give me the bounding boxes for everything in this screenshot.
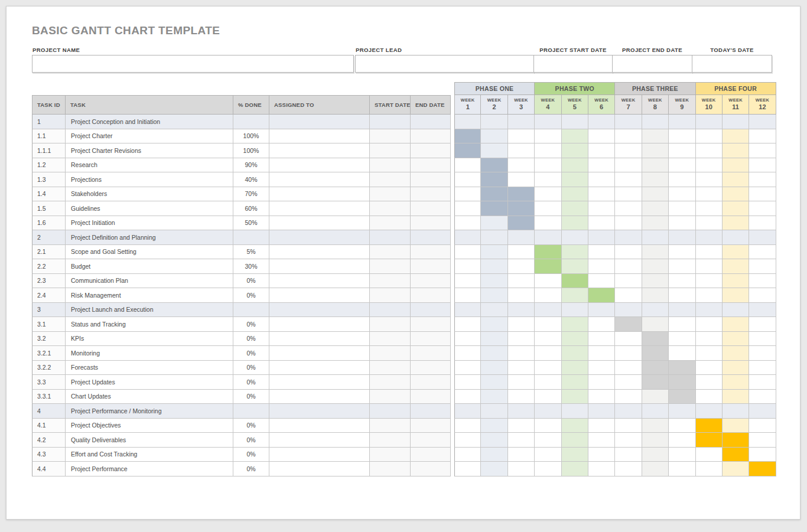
gantt-cell-week-3[interactable] [508,216,535,231]
task-id-cell[interactable]: 4.3 [32,448,66,462]
gantt-cell-week-8[interactable] [642,143,669,158]
gantt-cell-week-8[interactable] [642,317,669,332]
gantt-cell-week-1[interactable] [454,462,481,476]
end-date-cell[interactable] [411,346,451,361]
gantt-cell-week-1[interactable] [454,230,481,245]
gantt-cell-week-6[interactable] [588,245,615,260]
end-date-cell[interactable] [411,158,451,173]
gantt-cell-week-7[interactable] [615,390,642,404]
gantt-cell-week-12[interactable] [749,317,776,332]
gantt-cell-week-7[interactable] [615,158,642,173]
gantt-cell-week-1[interactable] [454,187,481,202]
task-cell[interactable]: Communication Plan [66,274,233,289]
task-cell[interactable]: Project Objectives [66,419,233,433]
gantt-cell-week-7[interactable] [615,433,642,448]
gantt-cell-week-7[interactable] [615,187,642,202]
end-date-cell[interactable] [411,201,451,216]
gantt-cell-week-4[interactable] [535,462,561,476]
gantt-cell-week-2[interactable] [481,419,507,433]
task-id-cell[interactable]: 1.1.1 [32,143,66,158]
gantt-cell-week-12[interactable] [749,245,776,260]
gantt-cell-week-10[interactable] [696,433,723,448]
gantt-cell-week-6[interactable] [588,129,615,144]
gantt-cell-week-4[interactable] [535,230,561,245]
gantt-cell-week-4[interactable] [535,404,561,419]
gantt-cell-week-9[interactable] [669,404,695,419]
gantt-cell-week-5[interactable] [562,143,588,158]
gantt-cell-week-1[interactable] [454,115,481,129]
end-date-cell[interactable] [411,216,451,231]
percent-done-cell[interactable]: 0% [233,375,269,390]
gantt-cell-week-11[interactable] [723,187,749,202]
gantt-cell-week-2[interactable] [481,115,507,129]
task-id-cell[interactable]: 3.2 [32,332,66,347]
gantt-cell-week-5[interactable] [562,303,588,318]
start-date-cell[interactable] [370,390,411,404]
assigned-to-cell[interactable] [269,274,370,289]
gantt-cell-week-6[interactable] [588,288,615,303]
task-cell[interactable]: Monitoring [66,346,233,361]
gantt-cell-week-11[interactable] [723,274,749,289]
gantt-cell-week-11[interactable] [723,259,749,274]
assigned-to-cell[interactable] [269,433,370,448]
end-date-cell[interactable] [411,404,451,419]
gantt-cell-week-4[interactable] [535,361,561,376]
gantt-cell-week-12[interactable] [749,346,776,361]
gantt-cell-week-8[interactable] [642,172,669,187]
gantt-cell-week-4[interactable] [535,201,561,216]
gantt-cell-week-9[interactable] [669,448,695,462]
gantt-cell-week-1[interactable] [454,259,481,274]
gantt-cell-week-11[interactable] [723,230,749,245]
task-id-cell[interactable]: 4 [32,404,66,419]
gantt-cell-week-11[interactable] [723,245,749,260]
gantt-cell-week-5[interactable] [562,216,588,231]
gantt-cell-week-8[interactable] [642,361,669,376]
task-id-cell[interactable]: 2.4 [32,288,66,303]
gantt-cell-week-2[interactable] [481,346,507,361]
gantt-cell-week-1[interactable] [454,288,481,303]
gantt-cell-week-8[interactable] [642,129,669,144]
gantt-cell-week-2[interactable] [481,201,507,216]
task-id-cell[interactable]: 1 [32,115,66,129]
gantt-cell-week-4[interactable] [535,158,561,173]
gantt-cell-week-8[interactable] [642,216,669,231]
end-date-cell[interactable] [411,129,451,144]
gantt-cell-week-1[interactable] [454,332,481,347]
task-id-cell[interactable]: 4.2 [32,433,66,448]
gantt-cell-week-11[interactable] [723,172,749,187]
project-name-input[interactable] [32,55,354,73]
gantt-cell-week-10[interactable] [696,187,723,202]
gantt-cell-week-4[interactable] [535,303,561,318]
task-cell[interactable]: Status and Tracking [66,317,233,332]
gantt-cell-week-6[interactable] [588,390,615,404]
gantt-cell-week-12[interactable] [749,230,776,245]
gantt-cell-week-2[interactable] [481,230,507,245]
assigned-to-cell[interactable] [269,115,370,129]
gantt-cell-week-8[interactable] [642,274,669,289]
gantt-cell-week-7[interactable] [615,462,642,476]
gantt-cell-week-3[interactable] [508,158,535,173]
gantt-cell-week-6[interactable] [588,187,615,202]
gantt-cell-week-1[interactable] [454,448,481,462]
percent-done-cell[interactable]: 100% [233,143,269,158]
task-cell[interactable]: Stakeholders [66,187,233,202]
start-date-cell[interactable] [370,245,411,260]
gantt-cell-week-9[interactable] [669,259,695,274]
gantt-cell-week-12[interactable] [749,201,776,216]
gantt-cell-week-3[interactable] [508,274,535,289]
task-id-cell[interactable]: 2.2 [32,259,66,274]
gantt-cell-week-3[interactable] [508,143,535,158]
gantt-cell-week-9[interactable] [669,346,695,361]
gantt-cell-week-3[interactable] [508,419,535,433]
gantt-cell-week-4[interactable] [535,375,561,390]
task-cell[interactable]: Project Performance / Monitoring [66,404,233,419]
end-date-cell[interactable] [411,259,451,274]
task-id-cell[interactable]: 1.4 [32,187,66,202]
gantt-cell-week-6[interactable] [588,158,615,173]
gantt-cell-week-9[interactable] [669,158,695,173]
gantt-cell-week-2[interactable] [481,404,507,419]
gantt-cell-week-9[interactable] [669,375,695,390]
gantt-cell-week-10[interactable] [696,158,723,173]
gantt-cell-week-9[interactable] [669,288,695,303]
gantt-cell-week-7[interactable] [615,361,642,376]
